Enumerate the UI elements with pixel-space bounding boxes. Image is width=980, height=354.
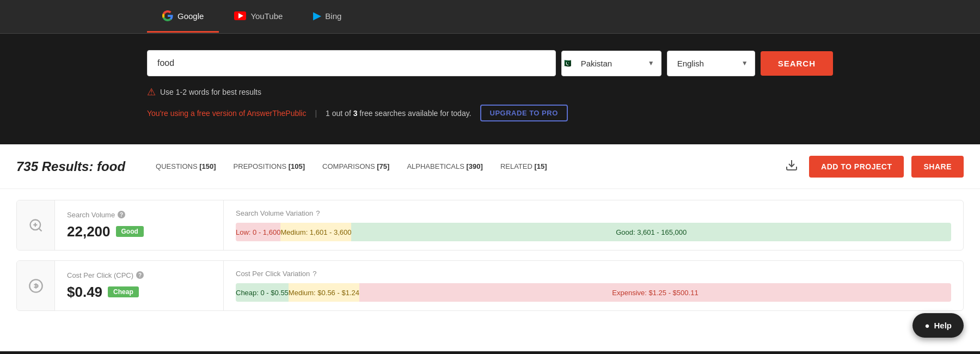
- language-select-wrapper: English Urdu Arabic ▼: [667, 51, 755, 76]
- bar-low: Low: 0 - 1,600: [236, 223, 280, 241]
- cpc-variation-info-icon[interactable]: ?: [313, 270, 316, 278]
- tab-bing[interactable]: ▶ Bing: [298, 0, 357, 33]
- bar-good: Good: 3,601 - 165,000: [351, 223, 951, 241]
- search-row: 🇵🇰 Pakistan United States United Kingdom…: [147, 50, 833, 76]
- upgrade-to-pro-button[interactable]: UPGRADE TO PRO: [480, 105, 568, 121]
- dollar-icon: [28, 278, 44, 294]
- download-button[interactable]: [782, 155, 801, 178]
- nav-tab-alphabeticals[interactable]: ALPHABETICALS [390]: [398, 158, 491, 175]
- search-volume-variation-cell: Search Volume Variation ? Low: 0 - 1,600…: [224, 200, 963, 250]
- cpc-number: $0.49 Cheap: [67, 284, 211, 301]
- results-nav-tabs: QUESTIONS [150] PREPOSITIONS [105] COMPA…: [147, 158, 782, 175]
- cpc-badge: Cheap: [108, 286, 139, 297]
- cpc-value-cell: Cost Per Click (CPC) ? $0.49 Cheap: [55, 261, 224, 310]
- warning-text: Use 1-2 words for best results: [160, 88, 261, 96]
- tab-bing-label: Bing: [325, 11, 341, 21]
- results-section: 735 Results: food QUESTIONS [150] PREPOS…: [0, 144, 980, 351]
- add-to-project-button[interactable]: ADD TO PROJECT: [809, 156, 904, 178]
- cpc-variation-cell: Cost Per Click Variation ? Cheap: 0 - $0…: [224, 261, 963, 310]
- search-volume-row: Search Volume ? 22,200 Good Search Volum…: [16, 200, 964, 251]
- tab-google[interactable]: Google: [147, 1, 219, 33]
- bar-medium: Medium: 1,601 - 3,600: [280, 223, 351, 241]
- google-icon: [162, 10, 173, 21]
- language-select[interactable]: English Urdu Arabic: [667, 51, 755, 76]
- tab-youtube-label: YouTube: [250, 11, 283, 21]
- youtube-icon: [234, 11, 246, 20]
- help-button[interactable]: ● Help: [912, 313, 964, 338]
- results-header: 735 Results: food QUESTIONS [150] PREPOS…: [0, 144, 980, 189]
- bar-expensive: Expensive: $1.25 - $500.11: [359, 283, 951, 302]
- results-title: 735 Results: food: [16, 159, 125, 174]
- search-button[interactable]: SEARCH: [761, 51, 833, 76]
- tab-youtube[interactable]: YouTube: [219, 2, 298, 32]
- cpc-label: Cost Per Click (CPC) ?: [67, 271, 211, 279]
- share-button[interactable]: SHARE: [911, 156, 964, 178]
- tabs-bar: Google YouTube ▶ Bing: [0, 0, 980, 34]
- search-area: 🇵🇰 Pakistan United States United Kingdom…: [0, 34, 980, 76]
- divider: |: [315, 109, 317, 118]
- search-volume-label: Search Volume ?: [67, 211, 211, 219]
- free-notice-text: You're using a free version of AnswerThe…: [147, 109, 306, 118]
- header-actions: ADD TO PROJECT SHARE: [782, 155, 964, 178]
- bar-medium-cpc: Medium: $0.56 - $1.24: [289, 283, 359, 302]
- search-volume-variation-bar: Low: 0 - 1,600 Medium: 1,601 - 3,600 Goo…: [236, 223, 951, 241]
- country-select-wrapper: 🇵🇰 Pakistan United States United Kingdom…: [561, 51, 661, 76]
- search-volume-icon-cell: [17, 200, 55, 250]
- free-notice: You're using a free version of AnswerThe…: [0, 98, 980, 128]
- warning-row: ⚠ Use 1-2 words for best results: [0, 76, 980, 98]
- search-volume-variation-label: Search Volume Variation ?: [236, 209, 951, 217]
- download-icon: [785, 158, 798, 172]
- nav-tab-prepositions[interactable]: PREPOSITIONS [105]: [225, 158, 314, 175]
- searches-info: 1 out of 3 free searches available for t…: [326, 109, 471, 118]
- search-volume-icon: [28, 218, 44, 233]
- help-icon: ●: [924, 321, 929, 330]
- metrics-area: Search Volume ? 22,200 Good Search Volum…: [0, 189, 980, 322]
- search-input[interactable]: [147, 50, 556, 76]
- tab-google-label: Google: [177, 11, 204, 21]
- search-volume-badge: Good: [116, 226, 144, 237]
- search-volume-value-cell: Search Volume ? 22,200 Good: [55, 200, 224, 250]
- nav-tab-comparisons[interactable]: COMPARISONS [75]: [314, 158, 398, 175]
- bing-icon: ▶: [313, 10, 321, 22]
- search-volume-variation-info-icon[interactable]: ?: [316, 209, 320, 217]
- search-volume-number: 22,200 Good: [67, 223, 211, 240]
- country-select[interactable]: Pakistan United States United Kingdom: [571, 51, 661, 76]
- svg-line-2: [39, 228, 41, 231]
- cpc-variation-bar: Cheap: 0 - $0.55 Medium: $0.56 - $1.24 E…: [236, 283, 951, 302]
- nav-tab-related[interactable]: RELATED [15]: [492, 158, 556, 175]
- cpc-icon-cell: [17, 261, 55, 310]
- warning-icon: ⚠: [147, 86, 156, 98]
- cpc-row: Cost Per Click (CPC) ? $0.49 Cheap Cost …: [16, 260, 964, 311]
- cpc-variation-label: Cost Per Click Variation ?: [236, 270, 951, 278]
- nav-tab-questions[interactable]: QUESTIONS [150]: [147, 158, 225, 175]
- bar-cheap: Cheap: 0 - $0.55: [236, 283, 289, 302]
- search-volume-info-icon[interactable]: ?: [118, 211, 125, 218]
- help-label: Help: [934, 321, 952, 330]
- flag-icon: 🇵🇰: [562, 59, 571, 68]
- cpc-info-icon[interactable]: ?: [136, 271, 144, 279]
